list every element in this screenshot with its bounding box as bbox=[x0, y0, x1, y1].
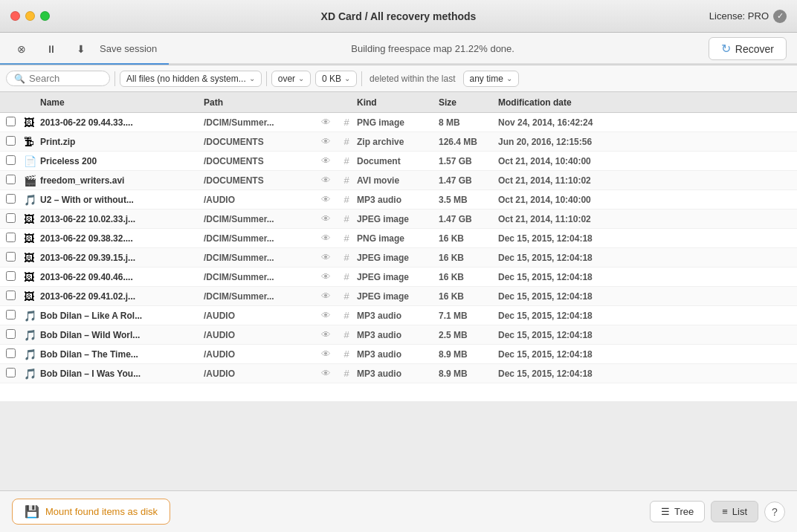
row-checkbox[interactable] bbox=[6, 271, 24, 283]
license-area: License: PRO ✓ bbox=[709, 10, 787, 23]
row-checkbox[interactable] bbox=[6, 117, 24, 129]
hash-icon[interactable]: # bbox=[336, 194, 357, 205]
time-filter-dropdown[interactable]: any time ⌄ bbox=[463, 71, 519, 87]
license-label: License: PRO bbox=[709, 10, 769, 22]
file-name: Bob Dilan – Like A Rol... bbox=[40, 311, 204, 321]
search-input[interactable] bbox=[29, 73, 96, 84]
search-box[interactable]: 🔍 bbox=[6, 71, 110, 86]
row-checkbox[interactable] bbox=[6, 194, 24, 206]
recover-button[interactable]: ↻ Recover bbox=[709, 37, 787, 60]
help-button[interactable]: ? bbox=[764, 502, 785, 522]
tree-view-button[interactable]: ☰ Tree bbox=[650, 501, 705, 522]
preview-icon[interactable]: 👁 bbox=[315, 194, 336, 205]
hash-icon[interactable]: # bbox=[336, 348, 357, 360]
row-checkbox[interactable] bbox=[6, 252, 24, 264]
header-date[interactable]: Modification date bbox=[498, 97, 791, 108]
table-row[interactable]: 🎵 Bob Dilan – Wild Worl... /AUDIO 👁 # MP… bbox=[0, 325, 797, 345]
hash-icon[interactable]: # bbox=[336, 117, 357, 128]
hash-icon[interactable]: # bbox=[336, 310, 357, 321]
size-val-dropdown[interactable]: 0 KB ⌄ bbox=[315, 71, 357, 87]
pause-button[interactable]: ⏸ bbox=[40, 41, 62, 57]
hash-icon[interactable]: # bbox=[336, 271, 357, 282]
hash-icon[interactable]: # bbox=[336, 175, 357, 186]
file-filter-dropdown[interactable]: All files (no hidden & system... ⌄ bbox=[120, 71, 262, 87]
download-icon-btn[interactable]: ⬇ bbox=[70, 41, 92, 57]
table-row[interactable]: 🎵 Bob Dilan – Like A Rol... /AUDIO 👁 # M… bbox=[0, 306, 797, 325]
table-row[interactable]: 🖼 2013-06-22 10.02.33.j... /DCIM/Summer.… bbox=[0, 210, 797, 229]
hash-icon[interactable]: # bbox=[336, 291, 357, 302]
save-session-label[interactable]: Save session bbox=[100, 43, 157, 54]
table-row[interactable]: 🖼 2013-06-22 09.39.15.j... /DCIM/Summer.… bbox=[0, 248, 797, 267]
mount-disk-button[interactable]: 💾 Mount found items as disk bbox=[12, 499, 170, 525]
table-row[interactable]: 📄 Priceless 200 /DOCUMENTS 👁 # Document … bbox=[0, 152, 797, 171]
hash-icon[interactable]: # bbox=[336, 233, 357, 244]
preview-icon[interactable]: 👁 bbox=[315, 175, 336, 186]
hash-icon[interactable]: # bbox=[336, 213, 357, 224]
size-op-label: over bbox=[278, 74, 295, 84]
file-name: 2013-06-22 09.44.33.... bbox=[40, 117, 204, 128]
file-path: /DCIM/Summer... bbox=[204, 233, 315, 244]
list-view-button[interactable]: ≡ List bbox=[711, 501, 758, 522]
header-name[interactable]: Name bbox=[40, 97, 204, 108]
file-date: Dec 15, 2015, 12:04:18 bbox=[498, 291, 791, 302]
file-date: Dec 15, 2015, 12:04:18 bbox=[498, 233, 791, 244]
close-button[interactable] bbox=[10, 11, 20, 21]
header-path[interactable]: Path bbox=[204, 97, 315, 108]
file-kind: MP3 audio bbox=[357, 195, 439, 205]
preview-icon[interactable]: 👁 bbox=[315, 310, 336, 321]
preview-icon[interactable]: 👁 bbox=[315, 136, 336, 147]
table-row[interactable]: 🎵 U2 – With or without... /AUDIO 👁 # MP3… bbox=[0, 190, 797, 210]
table-row[interactable]: 🎵 Bob Dilan – I Was You... /AUDIO 👁 # MP… bbox=[0, 364, 797, 383]
file-date: Nov 24, 2014, 16:42:24 bbox=[498, 117, 791, 128]
header-kind[interactable]: Kind bbox=[357, 97, 439, 108]
table-row[interactable]: 🗜 Print.zip /DOCUMENTS 👁 # Zip archive 1… bbox=[0, 132, 797, 152]
row-checkbox[interactable] bbox=[6, 348, 24, 360]
preview-icon[interactable]: 👁 bbox=[315, 271, 336, 282]
close-session-button[interactable]: ⊗ bbox=[10, 41, 33, 57]
hash-icon[interactable]: # bbox=[336, 155, 357, 166]
file-path: /DOCUMENTS bbox=[204, 175, 315, 186]
row-checkbox[interactable] bbox=[6, 136, 24, 148]
hash-icon[interactable]: # bbox=[336, 136, 357, 147]
row-checkbox[interactable] bbox=[6, 233, 24, 244]
file-kind: Document bbox=[357, 156, 439, 166]
row-checkbox[interactable] bbox=[6, 175, 24, 186]
table-row[interactable]: 🖼 2013-06-22 09.44.33.... /DCIM/Summer..… bbox=[0, 113, 797, 132]
preview-icon[interactable]: 👁 bbox=[315, 233, 336, 244]
preview-icon[interactable]: 👁 bbox=[315, 329, 336, 340]
preview-icon[interactable]: 👁 bbox=[315, 291, 336, 302]
file-icon: 🎵 bbox=[24, 348, 40, 360]
tree-label: Tree bbox=[674, 506, 694, 517]
header-size[interactable]: Size bbox=[439, 97, 498, 108]
table-row[interactable]: 🖼 2013-06-22 09.38.32.... /DCIM/Summer..… bbox=[0, 229, 797, 248]
filter-separator-2 bbox=[266, 71, 267, 86]
file-icon: 🖼 bbox=[24, 291, 40, 302]
table-row[interactable]: 🎵 Bob Dilan – The Time... /AUDIO 👁 # MP3… bbox=[0, 345, 797, 364]
preview-icon[interactable]: 👁 bbox=[315, 252, 336, 263]
preview-icon[interactable]: 👁 bbox=[315, 213, 336, 224]
minimize-button[interactable] bbox=[25, 11, 35, 21]
table-row[interactable]: 🖼 2013-06-22 09.41.02.j... /DCIM/Summer.… bbox=[0, 287, 797, 306]
hash-icon[interactable]: # bbox=[336, 329, 357, 340]
preview-icon[interactable]: 👁 bbox=[315, 348, 336, 360]
file-path: /DCIM/Summer... bbox=[204, 117, 315, 128]
file-name: Bob Dilan – Wild Worl... bbox=[40, 330, 204, 340]
preview-icon[interactable]: 👁 bbox=[315, 117, 336, 128]
size-op-dropdown[interactable]: over ⌄ bbox=[271, 71, 311, 87]
file-size: 7.1 MB bbox=[439, 311, 498, 321]
row-checkbox[interactable] bbox=[6, 368, 24, 380]
table-row[interactable]: 🎬 freedom_writers.avi /DOCUMENTS 👁 # AVI… bbox=[0, 171, 797, 190]
recover-label: Recover bbox=[735, 43, 774, 55]
row-checkbox[interactable] bbox=[6, 291, 24, 302]
progress-status: Building freespace map 21.22% done. bbox=[164, 43, 701, 54]
row-checkbox[interactable] bbox=[6, 310, 24, 322]
row-checkbox[interactable] bbox=[6, 213, 24, 225]
maximize-button[interactable] bbox=[40, 11, 50, 21]
table-row[interactable]: 🖼 2013-06-22 09.40.46.... /DCIM/Summer..… bbox=[0, 267, 797, 287]
preview-icon[interactable]: 👁 bbox=[315, 368, 336, 379]
preview-icon[interactable]: 👁 bbox=[315, 155, 336, 166]
hash-icon[interactable]: # bbox=[336, 368, 357, 379]
row-checkbox[interactable] bbox=[6, 155, 24, 167]
hash-icon[interactable]: # bbox=[336, 252, 357, 263]
row-checkbox[interactable] bbox=[6, 329, 24, 341]
